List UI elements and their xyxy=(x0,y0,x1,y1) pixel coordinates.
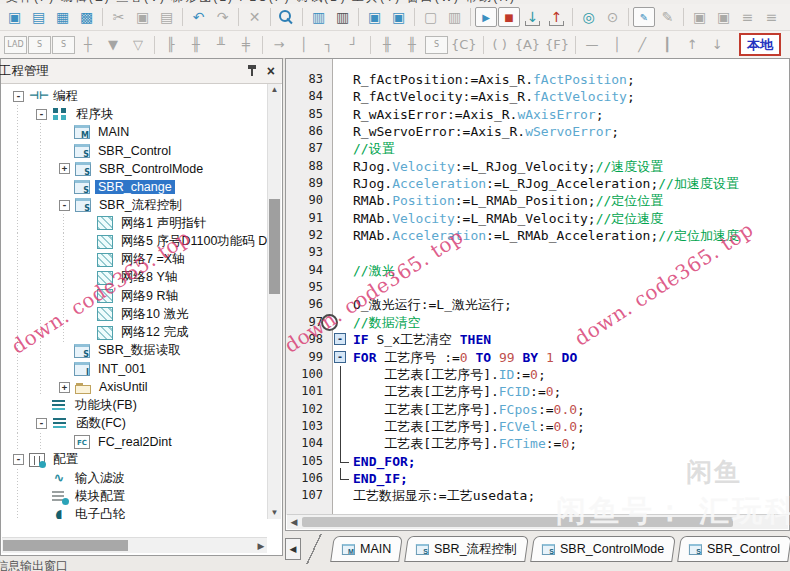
search-icon[interactable] xyxy=(275,7,298,28)
editor-tab[interactable]: MMAIN xyxy=(330,536,403,562)
line-corner-2-icon[interactable]: ┘ xyxy=(342,34,366,55)
pin-icon[interactable] xyxy=(247,65,257,77)
tree-horizontal-scrollbar[interactable]: ▶ xyxy=(2,537,267,553)
scroll-down-icon[interactable]: ▼ xyxy=(268,507,281,519)
tab-scroll-left-button[interactable]: ◀ xyxy=(285,538,301,560)
cut-icon[interactable]: ✂ xyxy=(107,7,130,28)
coil-c-icon[interactable]: {C} xyxy=(449,34,479,55)
save-all-icon[interactable]: ▩ xyxy=(75,7,98,28)
tree-item[interactable]: 网络12 完成 xyxy=(1,323,268,341)
fold-collapse-icon[interactable]: - xyxy=(334,351,346,363)
collapse-icon[interactable]: - xyxy=(59,200,70,211)
set-s2-icon[interactable]: S xyxy=(52,36,75,54)
draw-vline-icon[interactable]: │ xyxy=(605,34,629,55)
arrow-up-icon[interactable]: ↑ xyxy=(680,34,704,55)
delete-line-icon[interactable]: ╱ xyxy=(630,34,654,55)
contact-nc-icon[interactable]: ╫ xyxy=(400,34,424,55)
tree-item[interactable]: -⊣⊢编程 xyxy=(1,87,268,105)
fold-collapse-icon[interactable]: - xyxy=(334,333,346,345)
window-export-icon[interactable]: ▣ xyxy=(387,7,410,28)
download-plc-icon[interactable]: ↓ xyxy=(521,7,544,28)
monitor-icon[interactable]: ◎ xyxy=(577,7,600,28)
expand-icon[interactable]: + xyxy=(59,382,70,393)
tree-item[interactable]: SSBR_change xyxy=(1,178,268,196)
tree-item[interactable]: SSBR_数据读取 xyxy=(1,342,268,360)
scroll-right-icon[interactable]: ▶ xyxy=(255,541,267,551)
tree-item[interactable]: 网络5 序号D1100功能码 D11 xyxy=(1,233,268,251)
align-1-icon[interactable]: ≡ xyxy=(736,7,759,28)
tree-item[interactable]: 网络10 激光 xyxy=(1,305,268,323)
tree-item[interactable]: 网络7 =X轴 xyxy=(1,251,268,269)
compare-1-icon[interactable]: ▣ xyxy=(688,7,711,28)
bookmark-circle[interactable] xyxy=(321,314,338,331)
tree-vertical-scrollbar[interactable]: ▲ ▼ xyxy=(267,84,281,519)
line-corner-1-icon[interactable]: ┐ xyxy=(317,34,341,55)
new-file-icon[interactable]: ▣ xyxy=(3,7,26,28)
print-icon[interactable]: ▥ xyxy=(331,7,354,28)
window-cascade-icon[interactable]: ▣ xyxy=(363,7,386,28)
open-project-icon[interactable]: ▤ xyxy=(27,7,50,28)
contact-no-icon[interactable]: ╫ xyxy=(375,34,399,55)
tree-item[interactable]: 网络1 声明指针 xyxy=(1,214,268,232)
tree-item[interactable]: IINT_001 xyxy=(1,360,268,378)
undo-icon[interactable]: ↶ xyxy=(187,7,210,28)
draw-vline-2-icon[interactable]: ┃ xyxy=(655,34,679,55)
draw-hline-icon[interactable]: — xyxy=(580,34,604,55)
collapse-icon[interactable]: - xyxy=(36,418,47,429)
write-enable-icon[interactable]: ✎ xyxy=(633,7,655,27)
tree-item[interactable]: +SSBR_ControlMode xyxy=(1,160,268,178)
tree-item[interactable]: -SSBR_流程控制 xyxy=(1,196,268,214)
run-icon[interactable]: ▶ xyxy=(475,7,497,27)
set-s1-icon[interactable]: S xyxy=(28,36,51,54)
arrow-down-icon[interactable]: ↓ xyxy=(705,34,729,55)
coil-f-icon[interactable]: {F} xyxy=(543,34,571,55)
tree-item[interactable]: SSBR_Control xyxy=(1,142,268,160)
print-preview-icon[interactable]: ▥ xyxy=(307,7,330,28)
tree-item[interactable]: -程序块 xyxy=(1,105,268,123)
insert-contact-parallel-icon[interactable]: ╫ xyxy=(184,34,208,55)
tree-item[interactable]: 模块配置 xyxy=(1,487,268,505)
scroll-left-icon[interactable]: ◀ xyxy=(287,517,301,527)
editor-tab[interactable]: SSBR_流程控制 xyxy=(404,536,528,562)
tree-item[interactable]: 功能块(FB) xyxy=(1,396,268,414)
insert-row-down-icon[interactable]: ▼ xyxy=(101,34,125,55)
redo-icon[interactable]: ↷ xyxy=(211,7,234,28)
tree-item[interactable]: -函数(FC) xyxy=(1,414,268,432)
expand-icon[interactable]: + xyxy=(59,163,70,174)
upload-plc-icon[interactable]: ↑ xyxy=(545,7,568,28)
line-right-icon[interactable]: → xyxy=(267,34,291,55)
edit-disabled-icon[interactable]: ✎ xyxy=(656,7,679,28)
compare-2-icon[interactable]: ▣ xyxy=(712,7,735,28)
scrollbar-thumb[interactable] xyxy=(3,540,128,551)
insert-row-down-2-icon[interactable]: ▽ xyxy=(126,34,150,55)
save-icon[interactable]: ▦ xyxy=(51,7,74,28)
scrollbar-thumb[interactable] xyxy=(269,199,280,294)
contact-set-icon[interactable]: S xyxy=(425,36,448,54)
tree-item[interactable]: MMAIN xyxy=(1,123,268,141)
connection-mode-badge[interactable]: 本地 xyxy=(739,33,781,56)
tree-item[interactable]: ∿输入滤波 xyxy=(1,469,268,487)
stop-icon[interactable]: ■ xyxy=(498,7,520,27)
line-down-icon[interactable]: │ xyxy=(292,34,316,55)
editor-tab[interactable]: SSBR_ControlMode xyxy=(530,536,676,562)
select-cursor-icon[interactable]: ┼ xyxy=(76,34,100,55)
delete-icon[interactable]: ✕ xyxy=(243,7,266,28)
insert-contact-icon[interactable]: ╟ xyxy=(159,34,183,55)
tree-item[interactable]: ◖电子凸轮 xyxy=(1,505,268,519)
tree-item[interactable]: +AxisUntil xyxy=(1,378,268,396)
align-2-icon[interactable]: ≡ xyxy=(760,7,783,28)
paste-icon[interactable]: ▤ xyxy=(155,7,178,28)
lad-mode-icon[interactable]: LAD xyxy=(4,36,27,54)
collapse-icon[interactable]: - xyxy=(13,91,24,102)
editor-tab[interactable]: SSBR_Control xyxy=(677,536,790,562)
insert-rung-icon[interactable]: ╨ xyxy=(209,34,233,55)
copy-icon[interactable]: ▣ xyxy=(131,7,154,28)
tree-item[interactable]: 网络8 Y轴 xyxy=(1,269,268,287)
close-icon[interactable]: × xyxy=(267,64,275,78)
insert-branch-icon[interactable]: ╪ xyxy=(234,34,258,55)
coil-icon[interactable]: ( ) xyxy=(488,34,512,55)
coil-a-icon[interactable]: {A} xyxy=(513,34,542,55)
tree-item[interactable]: 网络9 R轴 xyxy=(1,287,268,305)
tree-item[interactable]: FCFC_real2Dint xyxy=(1,433,268,451)
lock-icon[interactable]: ⊙ xyxy=(601,7,624,28)
